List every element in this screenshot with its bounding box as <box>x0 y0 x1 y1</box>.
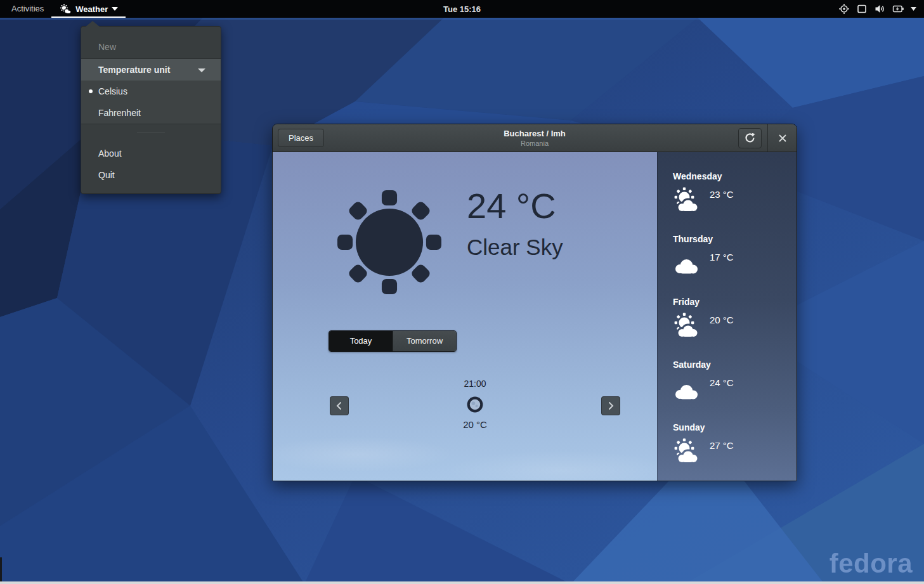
forecast-sidebar: Wednesday 23 °C Thursday 17 °C Friday <box>657 152 797 481</box>
volume-icon <box>874 3 886 15</box>
day-name: Sunday <box>673 421 797 432</box>
menu-item-new[interactable]: New <box>81 36 221 58</box>
forecast-day-row[interactable]: Friday 20 °C <box>673 295 797 358</box>
popover-arrow <box>86 21 100 27</box>
app-menu-button[interactable]: Weather <box>51 0 126 18</box>
day-forecast: 17 °C <box>673 249 797 279</box>
forecast-day-row[interactable]: Saturday 24 °C <box>673 358 797 421</box>
day-forecast: 23 °C <box>673 186 797 216</box>
close-icon <box>778 134 787 143</box>
places-button[interactable]: Places <box>278 129 324 147</box>
tab-tomorrow[interactable]: Tomorrow <box>393 331 456 351</box>
day-name: Friday <box>673 295 797 307</box>
desktop: fedora Activities <box>0 0 924 584</box>
day-forecast: 20 °C <box>673 311 797 342</box>
day-name: Thursday <box>673 233 797 244</box>
screen-icon <box>856 3 868 15</box>
menu-item-quit[interactable]: Quit <box>81 164 221 186</box>
activities-button[interactable]: Activities <box>8 0 48 18</box>
refresh-icon <box>744 132 756 144</box>
app-menu-popover: New Temperature unit Celsius Fahrenheit … <box>81 26 221 194</box>
bottom-edge-strip <box>0 581 924 584</box>
menu-item-about[interactable]: About <box>81 143 221 164</box>
refresh-button[interactable] <box>738 128 762 148</box>
day-forecast: 24 °C <box>673 374 797 405</box>
forecast-day-row[interactable]: Thursday 17 °C <box>673 233 797 295</box>
caret-down-icon <box>198 68 205 72</box>
background-window-edge <box>0 557 2 581</box>
menu-item-temperature-unit[interactable]: Temperature unit <box>81 59 221 81</box>
tab-today[interactable]: Today <box>329 331 393 351</box>
weather-app-icon <box>59 4 72 15</box>
current-temperature: 24 °C <box>467 185 556 226</box>
app-menu-label: Weather <box>75 4 108 14</box>
moon-icon <box>466 396 484 413</box>
current-conditions-pane: 24 °C Clear Sky Today Tomorrow <box>273 152 657 481</box>
day-toggle: Today Tomorrow <box>329 330 457 352</box>
weather-window: Places Bucharest / Imh Romania <box>272 124 797 481</box>
top-bar: Activities Weather <box>0 0 924 18</box>
window-subtitle: Romania <box>504 140 566 147</box>
day-temperature: 20 °C <box>710 315 734 325</box>
day-weather-icon <box>672 249 702 279</box>
current-condition: Clear Sky <box>467 235 563 260</box>
window-body: 24 °C Clear Sky Today Tomorrow <box>273 152 797 481</box>
window-header: Places Bucharest / Imh Romania <box>273 124 797 152</box>
menu-separator <box>81 124 221 124</box>
day-name: Wednesday <box>673 170 797 181</box>
day-weather-icon <box>672 437 702 467</box>
celsius-label: Celsius <box>98 86 127 96</box>
menu-item-celsius[interactable]: Celsius <box>81 81 221 102</box>
hour-time: 21:00 <box>437 379 513 389</box>
battery-charging-icon <box>892 3 904 15</box>
menu-item-fahrenheit[interactable]: Fahrenheit <box>81 102 221 124</box>
day-weather-icon <box>672 311 702 342</box>
clock[interactable]: Tue 15:16 <box>443 4 481 14</box>
temperature-unit-section: Temperature unit Celsius Fahrenheit <box>81 59 221 124</box>
caret-down-icon <box>911 7 916 11</box>
day-temperature: 24 °C <box>710 377 734 388</box>
temperature-unit-label: Temperature unit <box>98 65 170 75</box>
day-name: Saturday <box>673 358 797 370</box>
hour-temperature: 20 °C <box>437 419 513 430</box>
chevron-right-icon <box>604 399 617 412</box>
fedora-logo: fedora <box>830 548 913 579</box>
day-temperature: 17 °C <box>710 252 734 263</box>
window-actions <box>738 124 797 152</box>
forecast-day-row[interactable]: Wednesday 23 °C <box>673 170 797 233</box>
day-temperature: 27 °C <box>710 440 734 451</box>
window-title: Bucharest / Imh <box>504 129 566 138</box>
day-temperature: 23 °C <box>710 189 734 200</box>
caret-down-icon <box>112 7 118 11</box>
day-weather-icon <box>672 374 702 405</box>
day-weather-icon <box>672 186 702 216</box>
radio-selected-icon <box>89 89 93 93</box>
location-icon <box>838 3 850 15</box>
hourly-forecast-item[interactable]: 21:00 20 °C <box>437 379 513 430</box>
chevron-left-icon <box>333 399 346 412</box>
close-button[interactable] <box>768 124 797 152</box>
hourly-prev-button[interactable] <box>330 396 349 415</box>
menu-short-separator <box>137 133 165 133</box>
window-title-block: Bucharest / Imh Romania <box>504 129 566 147</box>
day-forecast: 27 °C <box>673 437 797 467</box>
hourly-next-button[interactable] <box>601 396 620 415</box>
clear-sky-sun-icon <box>337 190 441 294</box>
forecast-day-row[interactable]: Sunday 27 °C <box>673 421 797 481</box>
system-status-area[interactable] <box>838 0 924 18</box>
